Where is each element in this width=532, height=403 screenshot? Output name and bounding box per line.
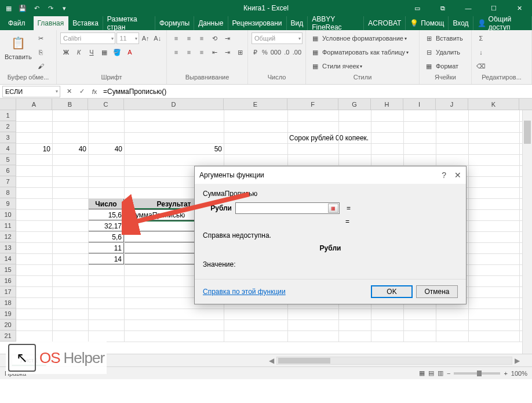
col-E[interactable]: E [224,99,287,110]
enter-formula-icon[interactable]: ✓ [75,86,88,97]
format-painter-icon[interactable]: 🖌 [35,60,47,72]
inc-decimal-icon[interactable]: .0 [283,46,291,58]
col-A[interactable]: A [16,99,52,110]
dialog-close-icon[interactable]: ✕ [454,170,461,180]
zoom-slider[interactable] [454,372,500,375]
orientation-icon[interactable]: ⟲ [209,32,220,44]
col-J[interactable]: J [436,99,468,110]
cell-C9[interactable]: Число [88,198,124,209]
col-D[interactable]: D [124,99,224,110]
row-19[interactable]: 19 [0,308,16,320]
cell-C4[interactable]: 40 [88,143,124,154]
help-icon[interactable]: ⧉ [430,0,456,16]
cell-C11[interactable]: 32,17 [88,220,124,231]
tell-me[interactable]: 💡Помощ [406,16,449,30]
zoom-level[interactable]: 100% [511,370,527,377]
cell-B4[interactable]: 40 [52,143,88,154]
row-11[interactable]: 11 [0,220,16,231]
tab-file[interactable]: Файл [0,16,34,30]
tab-formulas[interactable]: Формулы [155,16,194,30]
tab-home[interactable]: Главная [34,16,69,30]
col-H[interactable]: H [371,99,403,110]
increase-font-icon[interactable]: A↑ [140,32,151,44]
cell-C13[interactable]: 11 [88,242,124,253]
select-all-corner[interactable] [0,99,16,110]
row-10[interactable]: 10 [0,209,16,220]
col-F[interactable]: F [287,99,338,110]
zoom-in-icon[interactable]: + [504,370,507,377]
row-6[interactable]: 6 [0,165,16,176]
view-layout-icon[interactable]: ▤ [428,369,434,377]
help-link[interactable]: Справка по этой функции [203,288,286,296]
align-middle-icon[interactable]: ≡ [183,32,195,44]
close-icon[interactable]: ✕ [507,0,532,16]
row-21[interactable]: 21 [0,331,16,342]
row-5[interactable]: 5 [0,154,16,165]
indent-inc-icon[interactable]: ⇥ [221,46,233,58]
cut-icon[interactable]: ✂ [35,32,47,44]
cell-C14[interactable]: 14 [88,253,124,264]
save-icon[interactable]: 💾 [17,3,28,13]
ok-button[interactable]: OK [371,285,413,298]
fill-color-icon[interactable]: 🪣 [111,46,123,58]
row-1[interactable]: 1 [0,110,16,121]
tab-abbyy[interactable]: ABBYY FineReac [308,16,364,30]
font-size-combo[interactable]: 11 [116,32,139,44]
border-icon[interactable]: ▦ [99,46,110,58]
col-B[interactable]: B [52,99,88,110]
col-K[interactable]: K [468,99,519,110]
tab-view[interactable]: Вид [287,16,308,30]
number-format-combo[interactable]: Общий [252,32,303,44]
align-right-icon[interactable]: ≡ [196,46,207,58]
formula-input[interactable] [101,86,532,97]
conditional-format-button[interactable]: ▦Условное форматирование▾ [309,32,409,44]
row-7[interactable]: 7 [0,176,16,187]
fill-icon[interactable]: ↓ [475,46,487,58]
cancel-formula-icon[interactable]: ✕ [63,86,75,97]
view-normal-icon[interactable]: ▦ [419,369,425,377]
cancel-button[interactable]: Отмена [416,285,458,298]
merge-icon[interactable]: ⊞ [234,46,246,58]
minimize-icon[interactable]: — [456,0,481,16]
row-4[interactable]: 4 [0,143,16,154]
row-2[interactable]: 2 [0,121,16,132]
tab-insert[interactable]: Вставка [68,16,103,30]
dialog-titlebar[interactable]: Аргументы функции ? ✕ [195,166,466,184]
redo-icon[interactable]: ↷ [45,3,56,13]
hscroll-thumb[interactable] [278,358,330,364]
cell-A4[interactable]: 10 [16,143,52,154]
autosum-icon[interactable]: Σ [475,32,487,44]
insert-cells-button[interactable]: ⊞Вставить [423,32,463,44]
ribbon-options-icon[interactable]: ▭ [405,0,430,16]
scroll-right-icon[interactable]: ▶ [512,357,522,365]
clear-icon[interactable]: ⌫ [475,60,487,72]
fx-icon[interactable]: fx [88,86,101,97]
name-box[interactable]: ЕСЛИ [2,86,60,97]
row-14[interactable]: 14 [0,253,16,264]
arg-input[interactable]: ▦ [235,202,340,214]
cell-C10[interactable]: 15,6 [88,209,124,220]
currency-icon[interactable]: ₽ [252,46,260,58]
tab-review[interactable]: Рецензировани [228,16,287,30]
italic-button[interactable]: К [73,46,85,58]
percent-icon[interactable]: % [261,46,269,58]
cell-D4[interactable]: 50 [124,143,224,154]
bold-button[interactable]: Ж [60,46,72,58]
dialog-help-icon[interactable]: ? [442,170,446,180]
row-13[interactable]: 13 [0,242,16,253]
row-9[interactable]: 9 [0,198,16,209]
indent-dec-icon[interactable]: ⇤ [209,46,220,58]
qat-dropdown-icon[interactable]: ▾ [59,3,70,13]
col-G[interactable]: G [338,99,371,110]
underline-button[interactable]: Ч [86,46,97,58]
row-18[interactable]: 18 [0,297,16,308]
maximize-icon[interactable]: ☐ [481,0,507,16]
align-top-icon[interactable]: ≡ [170,32,182,44]
cell-F3[interactable]: Сорок рублей 00 копеек. [287,132,450,143]
cell-styles-button[interactable]: ▦Стили ячеек▾ [309,60,409,72]
copy-icon[interactable]: ⎘ [35,46,47,58]
row-15[interactable]: 15 [0,264,16,275]
vertical-scrollbar[interactable] [522,110,532,354]
undo-icon[interactable]: ↶ [31,3,42,13]
view-break-icon[interactable]: ▥ [438,369,443,377]
